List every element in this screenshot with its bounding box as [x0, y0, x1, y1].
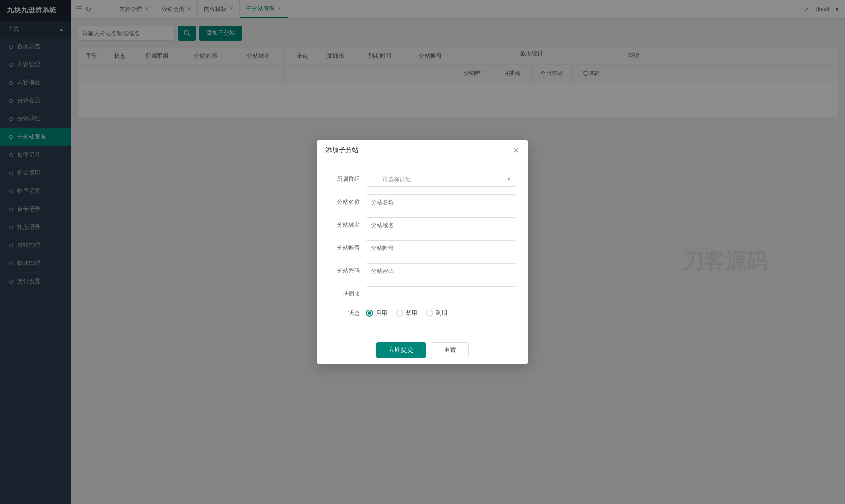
account-label: 分站帐号 [329, 244, 360, 252]
add-subsite-modal: 添加子分站 ✕ 所属群组 === 请选择群组 === ▼ 分站名称 [317, 140, 528, 364]
group-label: 所属群组 [329, 175, 360, 183]
radio-expired-label: 到期 [436, 309, 447, 317]
radio-enabled[interactable]: 启用 [366, 309, 387, 317]
form-row-account: 分站帐号 [329, 240, 516, 255]
password-label: 分站密码 [329, 267, 360, 275]
status-label: 状态 [329, 309, 360, 317]
submit-button[interactable]: 立即提交 [376, 342, 426, 358]
group-select-wrapper: === 请选择群组 === ▼ [366, 172, 516, 187]
radio-expired[interactable]: 到期 [426, 309, 447, 317]
form-row-group: 所属群组 === 请选择群组 === ▼ [329, 172, 516, 187]
modal-header: 添加子分站 ✕ [317, 140, 528, 161]
radio-disabled-circle [396, 310, 403, 317]
commission-label: 抽佣比 [329, 290, 360, 298]
form-row-status: 状态 启用 禁用 到期 [329, 309, 516, 317]
status-radio-group: 启用 禁用 到期 [366, 309, 447, 317]
radio-disabled[interactable]: 禁用 [396, 309, 417, 317]
domain-label: 分站域名 [329, 221, 360, 229]
modal-title: 添加子分站 [325, 146, 359, 154]
modal-body: 所属群组 === 请选择群组 === ▼ 分站名称 分站域名 [317, 161, 528, 336]
reset-button[interactable]: 重置 [431, 342, 469, 358]
radio-enabled-label: 启用 [376, 309, 387, 317]
modal-overlay: 添加子分站 ✕ 所属群组 === 请选择群组 === ▼ 分站名称 [0, 0, 845, 504]
commission-input[interactable]: 20 [366, 286, 516, 301]
modal-footer: 立即提交 重置 [317, 336, 528, 364]
radio-expired-circle [426, 310, 433, 317]
radio-enabled-circle [366, 310, 373, 317]
form-row-password: 分站密码 [329, 263, 516, 278]
password-input[interactable] [366, 263, 516, 278]
form-row-name: 分站名称 [329, 194, 516, 209]
modal-close-button[interactable]: ✕ [513, 146, 520, 154]
radio-disabled-label: 禁用 [406, 309, 417, 317]
domain-input[interactable] [366, 217, 516, 232]
form-row-commission: 抽佣比 20 [329, 286, 516, 301]
account-input[interactable] [366, 240, 516, 255]
name-label: 分站名称 [329, 198, 360, 206]
group-select[interactable]: === 请选择群组 === [366, 172, 516, 187]
form-row-domain: 分站域名 [329, 217, 516, 232]
name-input[interactable] [366, 194, 516, 209]
